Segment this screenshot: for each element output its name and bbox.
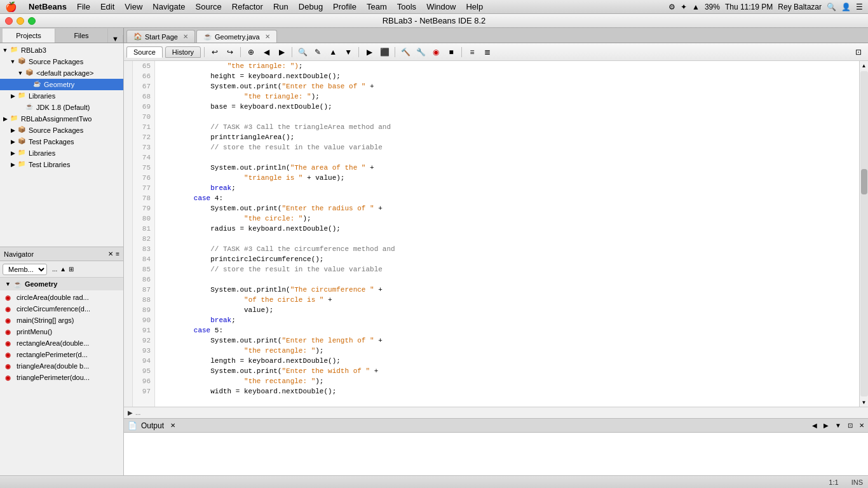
menu-run[interactable]: Run bbox=[273, 2, 288, 11]
nav-item-circlecircumference[interactable]: ◉ circleCircumference(d... bbox=[0, 303, 123, 315]
tree-item-geometry[interactable]: ☕ Geometry bbox=[0, 79, 123, 90]
code-line-86[interactable] bbox=[155, 274, 859, 285]
code-line-69[interactable]: base = keyboard.nextDouble(); bbox=[155, 102, 859, 112]
code-line-91[interactable]: case 5: bbox=[155, 325, 859, 336]
code-line-97[interactable]: width = keyboard.nextDouble(); bbox=[155, 386, 859, 396]
menu-tools[interactable]: Tools bbox=[397, 2, 416, 11]
code-line-79[interactable]: System.out.print("Enter the radius of " … bbox=[155, 203, 859, 214]
scroll-thumb[interactable] bbox=[861, 169, 867, 194]
toolbar-diff-btn[interactable]: ≡ bbox=[465, 46, 479, 58]
maximize-button[interactable] bbox=[28, 17, 36, 25]
code-line-75[interactable]: System.out.println("The area of the " + bbox=[155, 163, 859, 173]
search-icon[interactable]: 🔍 bbox=[827, 3, 836, 11]
menu-refactor[interactable]: Refactor bbox=[232, 2, 263, 11]
menu-help[interactable]: Help bbox=[466, 2, 483, 11]
code-line-67[interactable]: System.out.print("Enter the base of " + bbox=[155, 81, 859, 92]
tab-files[interactable]: Files bbox=[55, 29, 108, 43]
toolbar-search-btn[interactable]: 🔍 bbox=[295, 46, 309, 58]
toolbar-run-btn[interactable]: ▶ bbox=[362, 46, 376, 58]
user-icon[interactable]: 👤 bbox=[841, 3, 851, 11]
menu-view[interactable]: View bbox=[125, 2, 142, 11]
toolbar-debug-btn[interactable]: ⬛ bbox=[377, 46, 391, 58]
vertical-scrollbar[interactable]: ▲ ▼ bbox=[859, 61, 868, 407]
code-line-71[interactable]: // TASK #3 Call the triangleArea method … bbox=[155, 122, 859, 132]
tab-projects[interactable]: Projects bbox=[3, 29, 55, 43]
code-line-94[interactable]: length = keyboard.nextDouble(); bbox=[155, 356, 859, 366]
menu-window[interactable]: Window bbox=[426, 2, 456, 11]
code-line-73[interactable]: // store the result in the value variabl… bbox=[155, 142, 859, 152]
code-line-83[interactable]: // TASK #3 Call the circumference method… bbox=[155, 244, 859, 254]
source-tab[interactable]: Source bbox=[126, 46, 163, 58]
code-line-88[interactable]: "of the circle is " + bbox=[155, 295, 859, 305]
output-close-panel-btn[interactable]: ✕ bbox=[859, 422, 864, 429]
nav-member-dropdown[interactable]: Memb... bbox=[3, 264, 47, 275]
menu-source[interactable]: Source bbox=[196, 2, 222, 11]
tree-item-libraries[interactable]: ▶ 📁 Libraries bbox=[0, 90, 123, 102]
code-line-72[interactable]: printtriangleArea(); bbox=[155, 132, 859, 142]
code-line-70[interactable] bbox=[155, 112, 859, 122]
toolbar-prev-error[interactable]: ▲ bbox=[326, 46, 340, 58]
code-line-96[interactable]: "the rectangle: "); bbox=[155, 376, 859, 386]
scroll-up-arrow[interactable]: ▲ bbox=[860, 61, 869, 70]
output-maximize-btn[interactable]: ⊡ bbox=[848, 422, 853, 429]
code-line-90[interactable]: break; bbox=[155, 315, 859, 325]
menu-team[interactable]: Team bbox=[367, 2, 387, 11]
tab-geometry-java[interactable]: ☕ Geometry.java ✕ bbox=[196, 30, 277, 43]
nav-item-main[interactable]: ◉ main(String[] args) bbox=[0, 315, 123, 326]
toolbar-build-btn[interactable]: 🔨 bbox=[398, 46, 412, 58]
menu-edit[interactable]: Edit bbox=[100, 2, 114, 11]
geometry-java-close[interactable]: ✕ bbox=[265, 33, 270, 40]
toolbar-prev-bookmark[interactable]: ◀ bbox=[259, 46, 273, 58]
code-line-78[interactable]: case 4: bbox=[155, 193, 859, 203]
output-menu-btn[interactable]: ▼ bbox=[835, 422, 841, 429]
tree-item-libraries-2[interactable]: ▶ 📁 Libraries bbox=[0, 147, 123, 159]
menu-profile[interactable]: Profile bbox=[333, 2, 356, 11]
toolbar-maximize-btn[interactable]: ⊡ bbox=[851, 46, 865, 58]
toolbar-next-bookmark[interactable]: ▶ bbox=[275, 46, 288, 58]
tree-item-rblabassignmenttwo[interactable]: ▶ 📁 RBLabAssignmentTwo bbox=[0, 113, 123, 125]
code-line-81[interactable]: radius = keyboard.nextDouble(); bbox=[155, 224, 859, 234]
code-line-76[interactable]: "triangle is " + value); bbox=[155, 173, 859, 183]
code-line-89[interactable]: value); bbox=[155, 305, 859, 315]
code-line-93[interactable]: "the rectangle: "); bbox=[155, 346, 859, 356]
breadcrumb-arrow[interactable]: ▶ bbox=[128, 409, 133, 416]
code-line-87[interactable]: System.out.println("The circumference " … bbox=[155, 285, 859, 295]
menu-file[interactable]: File bbox=[77, 2, 90, 11]
toolbar-next-error[interactable]: ▼ bbox=[341, 46, 355, 58]
history-tab[interactable]: History bbox=[165, 46, 201, 58]
menu-netbeans[interactable]: NetBeans bbox=[29, 2, 67, 11]
nav-item-printmenu[interactable]: ◉ printMenu() bbox=[0, 326, 123, 337]
panel-collapse-icon[interactable]: ▼ bbox=[108, 35, 123, 43]
tree-item-test-libraries[interactable]: ▶ 📁 Test Libraries bbox=[0, 159, 123, 170]
nav-item-trianglearea[interactable]: ◉ triangleArea(double b... bbox=[0, 360, 123, 372]
code-editor[interactable]: "the triangle: "); height = keyboard.nex… bbox=[155, 61, 859, 407]
nav-filter-btn[interactable]: ... bbox=[52, 266, 57, 273]
code-line-85[interactable]: // store the result in the value variabl… bbox=[155, 264, 859, 274]
toolbar-stop-btn[interactable]: ■ bbox=[444, 46, 458, 58]
code-line-66[interactable]: height = keyboard.nextDouble(); bbox=[155, 71, 859, 81]
menu-navigate[interactable]: Navigate bbox=[153, 2, 185, 11]
close-button[interactable] bbox=[5, 17, 13, 25]
nav-up-icon[interactable]: ▲ bbox=[60, 266, 66, 273]
output-next-btn[interactable]: ▶ bbox=[824, 422, 829, 429]
menu-debug[interactable]: Debug bbox=[299, 2, 323, 11]
code-line-65[interactable]: "the triangle: "); bbox=[155, 61, 859, 71]
tree-item-default-package[interactable]: ▼ 📦 <default package> bbox=[0, 67, 123, 79]
tree-item-jdk[interactable]: ☕ JDK 1.8 (Default) bbox=[0, 102, 123, 113]
code-line-77[interactable]: break; bbox=[155, 183, 859, 193]
menu-icon[interactable]: ☰ bbox=[856, 3, 863, 11]
toolbar-run-project[interactable]: ◉ bbox=[429, 46, 443, 58]
toolbar-back-btn[interactable]: ↩ bbox=[208, 46, 222, 58]
tree-item-source-packages[interactable]: ▼ 📦 Source Packages bbox=[0, 56, 123, 67]
code-line-68[interactable]: "the triangle: "); bbox=[155, 92, 859, 102]
tree-item-rblab3[interactable]: ▼ 📁 RBLab3 bbox=[0, 44, 123, 56]
code-line-84[interactable]: printcircleCircumference(); bbox=[155, 254, 859, 264]
output-content[interactable] bbox=[124, 433, 868, 475]
output-prev-btn[interactable]: ◀ bbox=[812, 422, 817, 429]
nav-expand-arrow[interactable]: ▼ bbox=[5, 281, 11, 287]
toolbar-toggle-bookmark[interactable]: ⊕ bbox=[244, 46, 258, 58]
nav-item-rectanglearea[interactable]: ◉ rectangleArea(double... bbox=[0, 337, 123, 349]
toolbar-forward-btn[interactable]: ↪ bbox=[223, 46, 237, 58]
start-page-close[interactable]: ✕ bbox=[183, 33, 188, 40]
apple-menu[interactable]: 🍎 bbox=[5, 1, 17, 13]
